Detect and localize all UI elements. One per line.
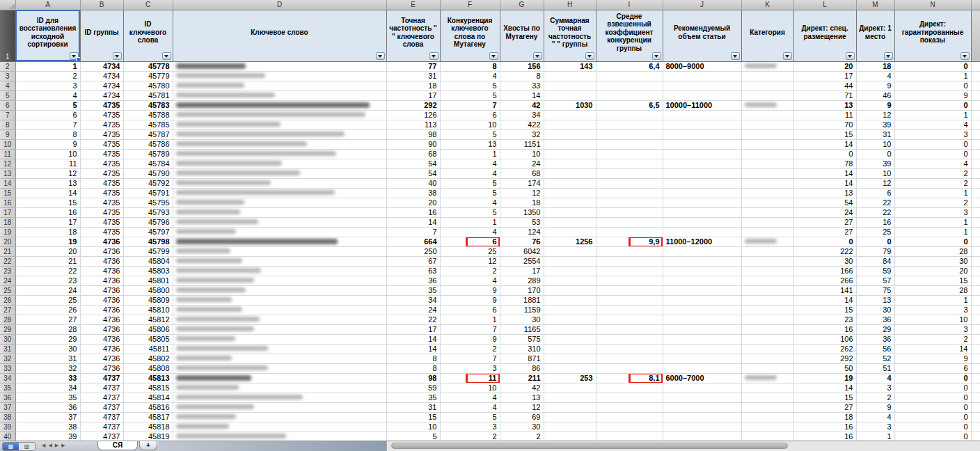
- cell-M4[interactable]: 9: [856, 81, 894, 90]
- cell-N5[interactable]: 9: [894, 90, 971, 100]
- cell-H11[interactable]: [544, 149, 596, 159]
- cell-L16[interactable]: 54: [793, 198, 856, 207]
- next-sheet-icon[interactable]: ▶: [55, 443, 61, 448]
- cell-I9[interactable]: [596, 129, 663, 139]
- cell-D26[interactable]: [173, 295, 386, 305]
- cell-D23[interactable]: [173, 266, 386, 276]
- cell-H36[interactable]: [544, 393, 596, 402]
- cell-F39[interactable]: 3: [440, 422, 500, 432]
- select-all-corner[interactable]: [0, 0, 15, 10]
- cell-H39[interactable]: [544, 422, 596, 432]
- cell-M33[interactable]: 51: [856, 363, 894, 373]
- header-cell-I[interactable]: Средне взвешенный коэффициент конкуренци…: [596, 10, 663, 61]
- cell-D39[interactable]: [173, 422, 386, 432]
- cell-J17[interactable]: [663, 207, 741, 217]
- cell-D16[interactable]: [173, 198, 386, 207]
- cell-N26[interactable]: 1: [894, 295, 971, 305]
- cell-A4[interactable]: 3: [15, 81, 80, 90]
- cell-A8[interactable]: 7: [15, 120, 80, 129]
- cell-L6[interactable]: 13: [793, 100, 856, 110]
- row-header-10[interactable]: 10: [0, 139, 15, 149]
- header-cell-N[interactable]: Директ: гарантированные показы: [894, 10, 971, 61]
- cell-M21[interactable]: 79: [856, 246, 894, 256]
- cell-K25[interactable]: [741, 285, 793, 295]
- cell-B21[interactable]: 4736: [80, 246, 123, 256]
- row-header-32[interactable]: 32: [0, 354, 15, 363]
- cell-F8[interactable]: 10: [440, 120, 500, 129]
- cell-G39[interactable]: 30: [500, 422, 544, 432]
- cell-K2[interactable]: [741, 61, 793, 71]
- cell-G20[interactable]: 76: [500, 237, 544, 246]
- row-header-18[interactable]: 18: [0, 217, 15, 227]
- cell-G36[interactable]: 13: [500, 393, 544, 402]
- cell-E16[interactable]: 20: [386, 198, 440, 207]
- cell-N11[interactable]: 0: [894, 149, 971, 159]
- cell-H18[interactable]: [544, 217, 596, 227]
- cell-D9[interactable]: [173, 129, 386, 139]
- cell-E28[interactable]: 22: [386, 315, 440, 324]
- cell-L23[interactable]: 166: [793, 266, 856, 276]
- cell-C36[interactable]: 45814: [123, 393, 173, 402]
- cell-C40[interactable]: 45819: [123, 432, 173, 441]
- cell-E2[interactable]: 77: [386, 61, 440, 71]
- cell-B39[interactable]: 4737: [80, 422, 123, 432]
- cell-G21[interactable]: 6042: [500, 246, 544, 256]
- cell-J3[interactable]: [663, 71, 741, 81]
- column-header-A[interactable]: A: [15, 0, 80, 10]
- cell-A6[interactable]: 5: [15, 100, 80, 110]
- cell-G13[interactable]: 68: [500, 168, 544, 178]
- cell-H5[interactable]: [544, 90, 596, 100]
- cell-F17[interactable]: 5: [440, 207, 500, 217]
- cell-E33[interactable]: 8: [386, 363, 440, 373]
- row-header-25[interactable]: 25: [0, 285, 15, 295]
- cell-L30[interactable]: 106: [793, 334, 856, 344]
- cell-I27[interactable]: [596, 305, 663, 315]
- cell-C23[interactable]: 45803: [123, 266, 173, 276]
- cell-F37[interactable]: 4: [440, 402, 500, 412]
- cell-D7[interactable]: [173, 110, 386, 120]
- cell-F7[interactable]: 6: [440, 110, 500, 120]
- filter-dropdown-icon[interactable]: [961, 52, 970, 60]
- cell-B30[interactable]: 4736: [80, 334, 123, 344]
- cell-H34[interactable]: 253: [544, 373, 596, 383]
- cell-M10[interactable]: 10: [856, 139, 894, 149]
- cell-B20[interactable]: 4736: [80, 237, 123, 246]
- row-header-3[interactable]: 3: [0, 71, 15, 81]
- cell-D40[interactable]: [173, 432, 386, 441]
- cell-B3[interactable]: 4734: [80, 71, 123, 81]
- cell-F20[interactable]: 6: [440, 237, 500, 246]
- cell-E24[interactable]: 36: [386, 276, 440, 285]
- cell-J23[interactable]: [663, 266, 741, 276]
- cell-K4[interactable]: [741, 81, 793, 90]
- cell-K28[interactable]: [741, 315, 793, 324]
- cell-N24[interactable]: 15: [894, 276, 971, 285]
- cell-K30[interactable]: [741, 334, 793, 344]
- cell-J31[interactable]: [663, 344, 741, 354]
- cell-D37[interactable]: [173, 402, 386, 412]
- cell-F11[interactable]: 1: [440, 149, 500, 159]
- cell-L12[interactable]: 78: [793, 159, 856, 168]
- cell-J30[interactable]: [663, 334, 741, 344]
- cell-F10[interactable]: 13: [440, 139, 500, 149]
- cell-I25[interactable]: [596, 285, 663, 295]
- first-sheet-icon[interactable]: ◀: [42, 443, 48, 448]
- cell-B38[interactable]: 4737: [80, 412, 123, 422]
- cell-H19[interactable]: [544, 227, 596, 237]
- column-header-E[interactable]: E: [386, 0, 440, 10]
- cell-G2[interactable]: 156: [500, 61, 544, 71]
- row-header-23[interactable]: 23: [0, 266, 15, 276]
- cell-M6[interactable]: 9: [856, 100, 894, 110]
- cell-C2[interactable]: 45778: [123, 61, 173, 71]
- cell-F28[interactable]: 1: [440, 315, 500, 324]
- cell-D28[interactable]: [173, 315, 386, 324]
- cell-E19[interactable]: 7: [386, 227, 440, 237]
- cell-C3[interactable]: 45779: [123, 71, 173, 81]
- cell-D2[interactable]: [173, 61, 386, 71]
- cell-N25[interactable]: 28: [894, 285, 971, 295]
- cell-L38[interactable]: 18: [793, 412, 856, 422]
- cell-I30[interactable]: [596, 334, 663, 344]
- cell-N27[interactable]: 3: [894, 305, 971, 315]
- cell-E27[interactable]: 24: [386, 305, 440, 315]
- cell-K16[interactable]: [741, 198, 793, 207]
- cell-K24[interactable]: [741, 276, 793, 285]
